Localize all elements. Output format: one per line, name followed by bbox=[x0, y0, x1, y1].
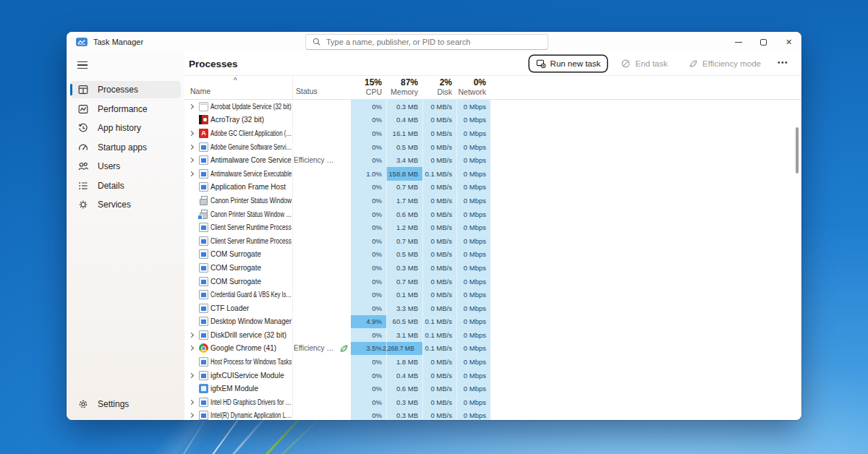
network-cell: 0 Mbps bbox=[456, 207, 490, 221]
process-name: Google Chrome (41) bbox=[210, 344, 292, 352]
column-header-name[interactable]: Name bbox=[190, 87, 210, 95]
generic-process-icon bbox=[199, 317, 208, 326]
run-new-task-button[interactable]: Run new task bbox=[529, 56, 608, 72]
network-total-percent: 0% bbox=[456, 77, 486, 87]
table-row[interactable]: igfxEM Module0%0.6 MB0 MB/s0 Mbps bbox=[184, 382, 801, 395]
table-row[interactable]: Credential Guard & VBS Key Is…0%0.1 MB0 … bbox=[184, 288, 801, 301]
table-row[interactable]: igfxCUIService Module0%0.4 MB0 MB/s0 Mbp… bbox=[184, 369, 801, 382]
cpu-cell: 0% bbox=[351, 181, 386, 194]
table-row[interactable]: Host Process for Windows Tasks0%1.8 MB0 … bbox=[184, 355, 801, 369]
sidebar-item-startup-apps[interactable]: Startup apps bbox=[70, 139, 181, 156]
efficiency-mode-button[interactable]: Efficiency mode bbox=[681, 56, 767, 72]
table-row[interactable]: Intel HD Graphics Drivers for …0%0.3 MB0… bbox=[184, 395, 801, 409]
more-options-button[interactable]: ••• bbox=[775, 57, 791, 71]
hamburger-menu-button[interactable] bbox=[74, 56, 98, 74]
cpu-cell: 1.0% bbox=[351, 167, 386, 181]
process-rows: Acrobat Update Service (32 bit)0%0.3 MB0… bbox=[184, 100, 801, 420]
table-row[interactable]: Adobe Genuine Software Servi…0%0.5 MB0 M… bbox=[184, 140, 801, 154]
process-name: Canon Printer Status Window … bbox=[210, 210, 292, 218]
network-cell: 0 Mbps bbox=[456, 315, 490, 329]
close-button[interactable]: ✕ bbox=[776, 32, 801, 52]
disk-cell: 0 MB/s bbox=[422, 113, 456, 127]
disk-cell: 0 MB/s bbox=[422, 140, 456, 154]
sidebar-item-app-history[interactable]: App history bbox=[70, 119, 181, 137]
column-header-disk[interactable]: 2% Disk bbox=[422, 77, 456, 96]
end-task-button[interactable]: End task bbox=[614, 56, 674, 72]
table-row[interactable]: Adobe GC Client Application (…0%16.1 MB0… bbox=[184, 127, 801, 140]
process-name: Adobe GC Client Application (… bbox=[210, 129, 292, 137]
expand-chevron-icon[interactable] bbox=[188, 145, 193, 150]
table-row[interactable]: Client Server Runtime Process0%0.7 MB0 M… bbox=[184, 234, 801, 248]
column-header-status[interactable]: Status bbox=[296, 87, 318, 95]
efficiency-mode-leaf-icon bbox=[688, 59, 698, 69]
table-row[interactable]: AcroTray (32 bit)0%0.4 MB0 MB/s0 Mbps bbox=[184, 113, 801, 127]
table-row[interactable]: Client Server Runtime Process0%1.2 MB0 M… bbox=[184, 220, 801, 234]
sidebar-item-label: Performance bbox=[98, 104, 148, 114]
expand-chevron-icon[interactable] bbox=[188, 373, 193, 378]
sidebar-item-performance[interactable]: Performance bbox=[70, 100, 181, 118]
expand-chevron-icon[interactable] bbox=[188, 333, 193, 338]
search-placeholder: Type a name, publisher, or PID to search bbox=[326, 38, 470, 46]
efficiency-mode-label: Efficiency mode bbox=[702, 59, 761, 68]
scrollbar-thumb[interactable] bbox=[796, 127, 799, 174]
table-row[interactable]: Application Frame Host0%0.7 MB0 MB/s0 Mb… bbox=[184, 181, 801, 194]
cpu-cell: 0% bbox=[351, 248, 386, 262]
cpu-cell: 0% bbox=[351, 140, 386, 154]
network-cell: 0 Mbps bbox=[456, 100, 490, 113]
sidebar-item-details[interactable]: Details bbox=[70, 177, 181, 194]
column-header-memory[interactable]: 87% Memory bbox=[386, 77, 422, 96]
disk-cell: 0 MB/s bbox=[422, 275, 456, 288]
desktop-background: Task Manager Type a name, publisher, or … bbox=[0, 0, 868, 454]
generic-process-icon bbox=[199, 398, 208, 407]
minimize-button[interactable] bbox=[726, 32, 751, 52]
table-row[interactable]: Canon Printer Status Window0%1.7 MB0 MB/… bbox=[184, 194, 801, 207]
end-task-icon bbox=[621, 59, 631, 69]
network-cell: 0 Mbps bbox=[456, 234, 490, 248]
process-name: Desktop Window Manager bbox=[210, 317, 292, 325]
process-name: Intel HD Graphics Drivers for … bbox=[210, 398, 292, 406]
table-row[interactable]: COM Surrogate0%0.7 MB0 MB/s0 Mbps bbox=[184, 275, 801, 288]
sidebar-item-services[interactable]: Services bbox=[70, 196, 181, 213]
disk-cell: 0 MB/s bbox=[422, 234, 456, 248]
table-row[interactable]: Antimalware Service Executable1.0%158.8 … bbox=[184, 167, 801, 181]
process-status bbox=[292, 129, 339, 137]
disk-cell: 0 MB/s bbox=[422, 369, 456, 382]
expand-chevron-icon[interactable] bbox=[188, 346, 193, 351]
expand-chevron-icon[interactable] bbox=[188, 171, 193, 176]
column-header-cpu[interactable]: 15% CPU bbox=[351, 77, 386, 96]
sidebar-item-users[interactable]: Users bbox=[70, 158, 181, 175]
expand-chevron-icon[interactable] bbox=[188, 400, 193, 405]
table-row[interactable]: Google Chrome (41)Efficiency …3.5%2,268.… bbox=[184, 342, 801, 356]
sidebar-item-processes[interactable]: Processes bbox=[70, 81, 181, 98]
window-process-icon bbox=[199, 102, 208, 111]
expand-chevron-icon[interactable] bbox=[188, 158, 193, 163]
network-cell: 0 Mbps bbox=[456, 342, 490, 356]
process-name: Acrobat Update Service (32 bit) bbox=[210, 103, 292, 111]
cpu-cell: 0% bbox=[351, 395, 386, 409]
table-row[interactable]: Intel(R) Dynamic Application L…0%0.3 MB0… bbox=[184, 409, 801, 420]
table-row[interactable]: Canon Printer Status Window …0%0.6 MB0 M… bbox=[184, 207, 801, 221]
table-row[interactable]: COM Surrogate0%0.5 MB0 MB/s0 Mbps bbox=[184, 248, 801, 262]
generic-process-icon bbox=[199, 142, 208, 152]
titlebar[interactable]: Task Manager Type a name, publisher, or … bbox=[67, 32, 801, 52]
table-row[interactable]: COM Surrogate0%0.3 MB0 MB/s0 Mbps bbox=[184, 261, 801, 275]
process-status bbox=[292, 237, 339, 245]
column-header-network[interactable]: 0% Network bbox=[456, 77, 490, 96]
table-row[interactable]: CTF Loader0%3.3 MB0 MB/s0 Mbps bbox=[184, 301, 801, 315]
disk-total-percent: 2% bbox=[422, 77, 452, 87]
table-row[interactable]: Antimalware Core ServiceEfficiency …0%3.… bbox=[184, 153, 801, 167]
disk-cell: 0 MB/s bbox=[422, 220, 456, 234]
table-row[interactable]: Desktop Window Manager4.9%60.5 MB0.1 MB/… bbox=[184, 315, 801, 329]
cpu-cell: 0% bbox=[351, 409, 386, 420]
maximize-button[interactable] bbox=[751, 32, 776, 52]
table-row[interactable]: DiskDrill service (32 bit)0%3.1 MB0.1 MB… bbox=[184, 328, 801, 342]
expand-chevron-icon[interactable] bbox=[188, 413, 193, 418]
network-cell: 0 Mbps bbox=[456, 288, 490, 301]
expand-chevron-icon[interactable] bbox=[188, 104, 193, 109]
table-row[interactable]: Acrobat Update Service (32 bit)0%0.3 MB0… bbox=[184, 100, 801, 113]
expand-chevron-icon[interactable] bbox=[188, 131, 193, 136]
cpu-cell: 0% bbox=[351, 288, 386, 301]
sidebar-item-settings[interactable]: Settings bbox=[70, 395, 181, 413]
search-input[interactable]: Type a name, publisher, or PID to search bbox=[305, 34, 548, 50]
process-name: igfxCUIService Module bbox=[210, 372, 292, 380]
